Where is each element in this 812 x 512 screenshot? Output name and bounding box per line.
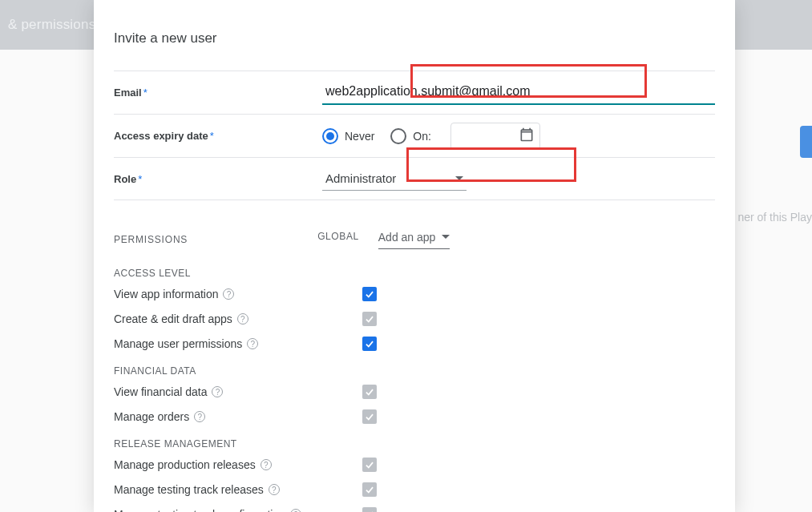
perm-row: Manage production releases? <box>114 458 715 472</box>
help-icon[interactable]: ? <box>290 509 301 512</box>
perm-checkbox[interactable] <box>362 337 377 351</box>
perm-checkbox[interactable] <box>362 482 377 497</box>
perm-row: Create & edit draft apps? <box>114 312 715 326</box>
email-input[interactable] <box>322 81 715 105</box>
global-tab[interactable]: GLOBAL <box>316 226 361 253</box>
perm-row: Manage testing track releases? <box>114 482 715 497</box>
perm-label: Create & edit draft apps? <box>114 312 362 325</box>
modal-title: Invite a new user <box>114 30 715 46</box>
perm-checkbox[interactable] <box>362 287 377 301</box>
page-header-text: & permissions <box>8 17 95 33</box>
help-icon[interactable]: ? <box>237 313 248 325</box>
expiry-label: Access expiry date* <box>114 130 322 142</box>
help-icon[interactable]: ? <box>223 288 234 300</box>
perm-checkbox[interactable] <box>362 458 377 472</box>
permissions-header: PERMISSIONS GLOBAL Add an app <box>114 226 715 253</box>
perm-label: Manage testing track releases? <box>114 483 362 496</box>
perm-row: View app information? <box>114 287 715 301</box>
chevron-down-icon <box>455 176 463 180</box>
perm-row: View financial data? <box>114 385 715 399</box>
help-icon[interactable]: ? <box>194 411 205 422</box>
perm-section-title: FINANCIAL DATA <box>114 365 715 377</box>
expiry-date-input[interactable] <box>450 123 540 150</box>
help-icon[interactable]: ? <box>212 386 223 397</box>
page-side-text: ner of this Play <box>737 211 812 224</box>
role-select[interactable]: Administrator <box>322 167 467 191</box>
help-icon[interactable]: ? <box>247 338 258 349</box>
radio-unselected-icon <box>390 128 406 144</box>
help-icon[interactable]: ? <box>269 484 280 495</box>
expiry-row: Access expiry date* Never On: <box>114 114 715 157</box>
permissions-list: ACCESS LEVELView app information?Create … <box>114 268 715 512</box>
perm-label: View app information? <box>114 288 362 300</box>
radio-selected-icon <box>322 128 338 144</box>
perm-label: Manage orders? <box>114 410 362 423</box>
role-row: Role* Administrator <box>114 157 715 200</box>
perm-label: Manage user permissions? <box>114 337 362 350</box>
perm-section-title: ACCESS LEVEL <box>114 268 715 279</box>
perm-checkbox[interactable] <box>362 409 377 424</box>
perm-row: Manage user permissions? <box>114 337 715 351</box>
role-label: Role* <box>114 173 322 185</box>
page-side-button[interactable] <box>800 126 812 158</box>
email-label: Email* <box>114 87 322 99</box>
email-row: Email* <box>114 71 715 114</box>
perm-checkbox[interactable] <box>362 385 377 399</box>
invite-user-modal: Invite a new user Email* Access expiry d… <box>94 0 735 512</box>
perm-label: Manage testing track configuration? <box>114 508 362 512</box>
permissions-title: PERMISSIONS <box>114 234 188 245</box>
expiry-on-radio[interactable]: On: <box>390 128 431 144</box>
role-value: Administrator <box>325 171 396 185</box>
chevron-down-icon <box>442 235 450 239</box>
perm-label: View financial data? <box>114 385 362 398</box>
expiry-never-radio[interactable]: Never <box>322 128 374 144</box>
perm-checkbox[interactable] <box>362 507 377 512</box>
perm-section-title: RELEASE MANAGEMENT <box>114 438 715 450</box>
add-app-dropdown[interactable]: Add an app <box>378 231 450 249</box>
perm-row: Manage testing track configuration? <box>114 507 715 512</box>
perm-label: Manage production releases? <box>114 458 362 471</box>
calendar-icon <box>519 127 535 146</box>
perm-row: Manage orders? <box>114 409 715 424</box>
perm-checkbox[interactable] <box>362 312 377 326</box>
help-icon[interactable]: ? <box>261 459 272 470</box>
